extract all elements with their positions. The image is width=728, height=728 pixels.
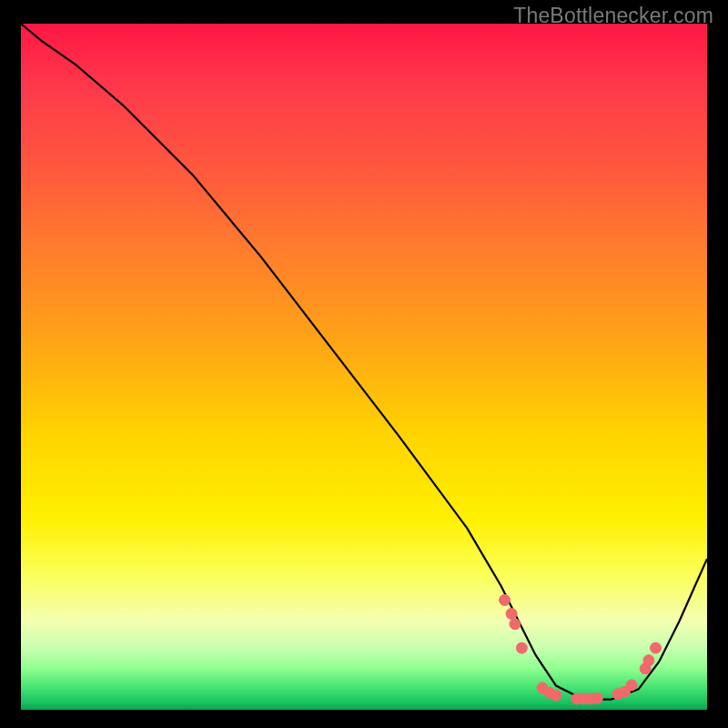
curve-line — [21, 24, 707, 700]
curve-marker — [626, 680, 637, 691]
curve-marker — [651, 642, 662, 653]
curve-marker — [510, 619, 521, 630]
curve-markers — [500, 594, 662, 704]
chart-frame: TheBottlenecker.com — [0, 0, 728, 728]
gradient-plot-area — [21, 24, 707, 710]
curve-marker — [643, 655, 654, 666]
curve-marker — [516, 642, 527, 653]
curve-marker — [500, 594, 511, 605]
curve-marker — [592, 693, 602, 703]
curve-marker — [506, 608, 517, 619]
curve-marker — [551, 690, 561, 701]
bottleneck-curve — [21, 24, 707, 710]
